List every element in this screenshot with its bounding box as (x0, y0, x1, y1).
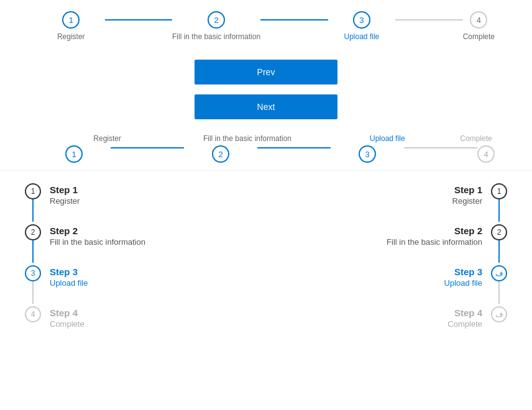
v-left-content-4: Step 4 Complete (50, 306, 85, 329)
step-1-circle: 1 (62, 11, 80, 29)
s2-label-4: Complete (460, 134, 492, 143)
s2-connector-2-3 (257, 147, 331, 148)
v-left-title-1: Step 1 (50, 184, 80, 195)
v-right-title-2: Step 2 (266, 226, 482, 236)
v-right-circle-1: 1 (491, 183, 507, 199)
v-right-step-4-track: ف (491, 306, 507, 322)
v-right-subtitle-4: Complete (266, 319, 482, 329)
step-1-label: Register (57, 32, 85, 41)
s2-step-4-circle: 4 (477, 145, 495, 163)
connector-3-4 (395, 19, 463, 20)
vertical-stepper-left: 1 Step 1 Register 2 Step 2 Fill in the b… (0, 183, 266, 329)
s2-step-2: 2 (184, 145, 257, 163)
v-left-subtitle-3: Upload file (50, 278, 88, 288)
stepper-1-container: 1 Register 2 Fill in the basic informati… (0, 0, 532, 47)
s2-step-2-circle: 2 (212, 145, 229, 163)
connector-1-2 (105, 19, 173, 20)
step-4: 4 Complete (463, 11, 495, 41)
step-3-circle: 3 (353, 11, 370, 29)
s2-step-4: 4 (477, 145, 495, 163)
prev-button[interactable]: Prev (195, 60, 337, 84)
step-1: 1 Register (37, 11, 105, 41)
v-right-step-3-track: ف (491, 265, 507, 304)
v-left-circle-4: 4 (25, 306, 41, 322)
v-right-circle-2: 2 (491, 224, 507, 240)
v-left-step-4: 4 Step 4 Complete (25, 306, 266, 329)
v-left-title-2: Step 2 (50, 226, 145, 236)
v-right-title-4: Step 4 (266, 308, 482, 318)
step-4-label: Complete (463, 32, 495, 41)
v-stepper-left: 1 Step 1 Register 2 Step 2 Fill in the b… (25, 183, 266, 329)
s2-step-1: 1 (37, 145, 111, 163)
step-3-label: Upload file (344, 32, 380, 41)
step-2-circle: 2 (208, 11, 225, 29)
v-left-step-3: 3 Step 3 Upload file (25, 265, 266, 306)
connector-2-3 (260, 19, 328, 20)
v-right-circle-3: ف (491, 265, 507, 281)
v-left-step-1: 1 Step 1 Register (25, 183, 266, 224)
s2-step-1-circle: 1 (65, 145, 83, 163)
v-left-circle-2: 2 (25, 224, 41, 240)
v-left-circle-1: 1 (25, 183, 41, 199)
v-left-title-4: Step 4 (50, 308, 85, 318)
step-4-circle: 4 (470, 11, 487, 29)
v-left-circle-3: 3 (25, 265, 41, 281)
v-right-step-3: ف Step 3 Upload file (266, 265, 507, 306)
v-left-step-2: 2 Step 2 Fill in the basic information (25, 224, 266, 265)
s2-step-3: 3 (331, 145, 404, 163)
step-2-label: Fill in the basic information (172, 32, 260, 41)
s2-label-3: Upload file (370, 134, 405, 143)
v-left-title-3: Step 3 (50, 266, 88, 277)
v-right-step-2-track: 2 (491, 224, 507, 263)
v-right-title-3: Step 3 (266, 266, 482, 277)
s2-step-3-circle: 3 (359, 145, 376, 163)
v-right-content-1: Step 1 Register (266, 183, 482, 224)
step-2: 2 Fill in the basic information (172, 11, 260, 41)
v-right-line-2 (498, 240, 500, 263)
v-right-title-1: Step 1 (266, 184, 482, 195)
v-left-step-3-track: 3 (25, 265, 41, 304)
v-left-content-3: Step 3 Upload file (50, 265, 88, 306)
s2-label-2: Fill in the basic information (203, 134, 291, 143)
s2-connector-1-2 (111, 147, 184, 148)
v-left-step-4-track: 4 (25, 306, 41, 322)
v-left-subtitle-4: Complete (50, 319, 85, 329)
buttons-container: Prev Next (0, 47, 532, 132)
v-right-line-1 (498, 199, 500, 222)
s2-label-1: Register (93, 134, 121, 143)
next-button[interactable]: Next (195, 94, 337, 119)
s2-connector-3-4 (404, 147, 477, 148)
v-right-circle-4: ف (491, 306, 507, 322)
v-right-content-4: Step 4 Complete (266, 306, 482, 329)
v-stepper-right: 1 Step 1 Register 2 Step 2 Fill in the b… (266, 183, 507, 329)
v-left-content-2: Step 2 Fill in the basic information (50, 224, 145, 265)
v-left-subtitle-2: Fill in the basic information (50, 237, 145, 247)
v-right-content-3: Step 3 Upload file (266, 265, 482, 306)
v-left-line-3 (32, 281, 34, 304)
v-right-subtitle-2: Fill in the basic information (266, 237, 482, 247)
v-right-step-4: ف Step 4 Complete (266, 306, 507, 329)
stepper-2-track: 1 2 3 4 (37, 145, 495, 163)
v-left-line-1 (32, 199, 34, 222)
v-right-step-2: 2 Step 2 Fill in the basic information (266, 224, 507, 265)
v-right-step-1-track: 1 (491, 183, 507, 222)
vertical-stepper-right: 1 Step 1 Register 2 Step 2 Fill in the b… (266, 183, 532, 329)
v-right-subtitle-3: Upload file (266, 278, 482, 288)
v-left-content-1: Step 1 Register (50, 183, 80, 224)
v-right-line-3 (498, 281, 500, 304)
stepper-2-container: Register Fill in the basic information U… (0, 132, 532, 170)
step-3: 3 Upload file (328, 11, 396, 41)
v-left-subtitle-1: Register (50, 196, 80, 206)
v-right-subtitle-1: Register (266, 196, 482, 206)
v-left-line-2 (32, 240, 34, 263)
vertical-steppers-section: 1 Step 1 Register 2 Step 2 Fill in the b… (0, 171, 532, 329)
v-left-step-2-track: 2 (25, 224, 41, 263)
v-left-step-1-track: 1 (25, 183, 41, 222)
stepper-1-track: 1 Register 2 Fill in the basic informati… (37, 11, 495, 41)
v-right-content-2: Step 2 Fill in the basic information (266, 224, 482, 265)
v-right-step-1: 1 Step 1 Register (266, 183, 507, 224)
